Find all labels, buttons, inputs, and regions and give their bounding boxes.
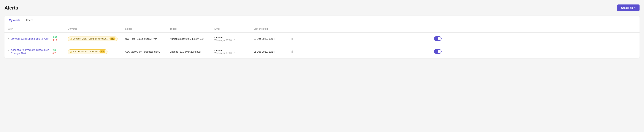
- main-card: My alerts Feeds Alert Universe Signal Tr…: [4, 16, 640, 58]
- universe-tag[interactable]: ⌬ ASC Retailers (14th Oct) 103: [68, 49, 108, 54]
- table-row: › 90 West Card Spend YoY % Alert ⇧ 39 ⇩ …: [4, 33, 640, 45]
- tabs-bar: My alerts Feeds: [4, 16, 640, 25]
- tab-feeds[interactable]: Feeds: [26, 16, 34, 25]
- col-last-checked: Last checked: [250, 25, 287, 33]
- col-actions: [287, 25, 430, 33]
- trigger-text: Change (±0.3 over 200 days): [170, 50, 201, 53]
- col-email: Email: [211, 25, 250, 33]
- up-arrow-icon: ⇧: [52, 49, 54, 51]
- down-arrow-icon: ⇩: [52, 52, 54, 54]
- alert-toggle[interactable]: [434, 36, 442, 41]
- email-dropdown-icon[interactable]: ⌄: [233, 50, 236, 53]
- last-checked-text: 15 Dec 2022, 18:14: [254, 38, 274, 40]
- alert-name-link-line2[interactable]: Change Alert: [11, 52, 49, 55]
- count-down-badge: ⇩ 7: [52, 52, 56, 54]
- universe-label: ASC Retailers (14th Oct): [73, 50, 98, 53]
- email-dropdown-icon[interactable]: ⌄: [233, 37, 236, 40]
- alert-name-link[interactable]: Ascential % Products Discounted: [11, 49, 49, 51]
- count-up-badge: ⇧ 8: [52, 49, 56, 51]
- trigger-text: Numeric (above 0.5, below -0.5): [170, 38, 204, 40]
- universe-count: 103: [100, 50, 106, 53]
- col-signal: Signal: [121, 25, 166, 33]
- signal-text: ASC_28MA_pct_products_disc...: [125, 50, 160, 53]
- delete-icon[interactable]: 🗑: [291, 50, 294, 53]
- page-title: Alerts: [4, 5, 18, 11]
- universe-label: 90 West Data - Companies cover...: [73, 38, 108, 40]
- up-arrow-icon: ⇧: [52, 36, 54, 39]
- signal-text: NW_Total_Sales_91dMA_YoY: [125, 38, 158, 40]
- row-expand-icon[interactable]: ›: [8, 49, 9, 51]
- tag-icon: ⌬: [70, 38, 72, 40]
- universe-count: 319: [110, 38, 116, 40]
- email-label: Default: [214, 49, 232, 52]
- alert-name-link[interactable]: 90 West Card Spend YoY % Alert: [11, 37, 49, 40]
- alerts-table: Alert Universe Signal Trigger Email Last…: [4, 25, 640, 58]
- col-universe: Universe: [64, 25, 121, 33]
- email-schedule: Weekdays, 07:00: [214, 52, 232, 54]
- last-checked-text: 15 Dec 2022, 18:14: [254, 50, 274, 53]
- create-alert-button[interactable]: Create alert: [617, 5, 640, 11]
- col-alert: Alert: [4, 25, 64, 33]
- count-up-badge: ⇧ 39: [52, 36, 57, 39]
- table-row: › Ascential % Products Discounted Change…: [4, 45, 640, 58]
- col-trigger: Trigger: [166, 25, 211, 33]
- email-schedule: Weekdays, 07:00: [214, 39, 232, 42]
- tag-icon: ⌬: [70, 50, 72, 53]
- universe-tag[interactable]: ⌬ 90 West Data - Companies cover... 319: [68, 37, 118, 41]
- alert-toggle[interactable]: [434, 49, 442, 54]
- delete-icon[interactable]: 🗑: [291, 37, 294, 40]
- row-expand-icon[interactable]: ›: [8, 38, 9, 40]
- count-down-badge: ⇩ 13: [52, 39, 57, 42]
- email-label: Default: [214, 36, 232, 39]
- tab-my-alerts[interactable]: My alerts: [9, 16, 20, 25]
- down-arrow-icon: ⇩: [52, 39, 54, 42]
